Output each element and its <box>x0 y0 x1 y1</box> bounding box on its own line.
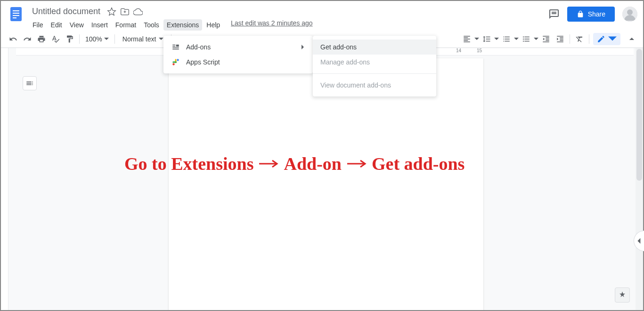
svg-rect-3 <box>13 15 19 16</box>
zoom-value: 100% <box>85 35 102 43</box>
comment-history-icon[interactable] <box>548 8 560 20</box>
redo-button[interactable] <box>21 32 34 46</box>
move-icon[interactable] <box>120 7 130 16</box>
annotation-text-2: Add-on <box>284 153 342 174</box>
indent-increase-button[interactable] <box>554 32 567 46</box>
document-title[interactable]: Untitled document <box>29 6 103 17</box>
explore-button[interactable] <box>615 287 630 303</box>
svg-point-8 <box>177 59 179 61</box>
pencil-icon <box>597 35 605 43</box>
svg-rect-1 <box>13 10 19 11</box>
annotation-overlay: Go to Extensions Add-on Get add-ons <box>124 153 465 174</box>
menu-tools[interactable]: Tools <box>140 19 163 31</box>
menu-item-apps-script[interactable]: Apps Script <box>163 55 313 70</box>
arrow-icon <box>258 159 279 168</box>
addons-submenu: Get add-ons Manage add-ons View document… <box>313 36 436 96</box>
svg-rect-0 <box>10 7 22 21</box>
last-edit-link[interactable]: Last edit was 2 minutes ago <box>231 19 313 31</box>
view-doc-addons-label: View document add-ons <box>320 81 391 89</box>
menu-edit[interactable]: Edit <box>48 19 65 31</box>
menu-file[interactable]: File <box>29 19 47 31</box>
line-spacing-button[interactable] <box>480 32 493 46</box>
chevron-down-icon <box>608 35 617 43</box>
cloud-saved-icon[interactable] <box>133 7 143 16</box>
checklist-button[interactable] <box>500 32 513 46</box>
submenu-view-document-addons[interactable]: View document add-ons <box>313 78 436 93</box>
paint-format-button[interactable] <box>63 32 76 46</box>
annotation-text-1: Go to Extensions <box>124 153 253 174</box>
arrow-icon <box>346 159 367 168</box>
submenu-arrow-icon <box>301 45 305 49</box>
zoom-select[interactable]: 100% <box>82 33 112 45</box>
menu-extensions[interactable]: Extensions <box>163 19 202 31</box>
scroll-thumb[interactable] <box>636 49 642 181</box>
svg-rect-4 <box>13 17 16 18</box>
bulleted-list-button[interactable] <box>520 32 533 46</box>
share-label: Share <box>588 10 605 18</box>
svg-rect-10 <box>172 62 177 63</box>
clear-formatting-button[interactable] <box>573 32 586 46</box>
account-avatar[interactable] <box>622 7 637 22</box>
submenu-get-addons[interactable]: Get add-ons <box>313 40 436 55</box>
submenu-manage-addons[interactable]: Manage add-ons <box>313 55 436 70</box>
addons-label: Add-ons <box>186 43 301 51</box>
svg-point-7 <box>172 63 175 65</box>
get-addons-label: Get add-ons <box>320 43 357 51</box>
ruler-num: 15 <box>477 48 482 53</box>
undo-button[interactable] <box>7 32 20 46</box>
print-button[interactable] <box>35 32 48 46</box>
document-outline-button[interactable] <box>23 76 37 90</box>
ruler-num: 14 <box>456 48 461 53</box>
menubar: File Edit View Insert Format Tools Exten… <box>29 18 548 31</box>
apps-script-label: Apps Script <box>186 58 305 66</box>
menu-item-addons[interactable]: Add-ons <box>163 40 313 55</box>
extensions-menu: Add-ons Apps Script <box>163 36 313 73</box>
submenu-separator <box>313 73 436 74</box>
editing-mode-button[interactable] <box>593 33 620 45</box>
menu-format[interactable]: Format <box>112 19 139 31</box>
vertical-scrollbar[interactable] <box>636 48 643 310</box>
indent-decrease-button[interactable] <box>539 32 553 46</box>
align-button[interactable] <box>460 32 473 46</box>
apps-script-icon <box>171 57 180 67</box>
ruler-vertical[interactable] <box>1 48 8 310</box>
menu-insert[interactable]: Insert <box>88 19 111 31</box>
menu-view[interactable]: View <box>66 19 87 31</box>
star-icon[interactable] <box>107 7 116 16</box>
docs-logo[interactable] <box>7 5 25 24</box>
spellcheck-button[interactable] <box>49 32 62 46</box>
svg-point-6 <box>627 9 633 15</box>
manage-addons-label: Manage add-ons <box>320 58 370 66</box>
svg-rect-2 <box>13 13 19 14</box>
share-button[interactable]: Share <box>567 7 615 22</box>
annotation-text-3: Get add-ons <box>372 153 465 174</box>
menu-help[interactable]: Help <box>203 19 223 31</box>
style-value: Normal text <box>122 35 156 43</box>
collapse-toolbar-button[interactable] <box>626 33 637 45</box>
addons-icon <box>171 42 180 52</box>
style-select[interactable]: Normal text <box>118 33 169 45</box>
header: Untitled document File Edit View Insert … <box>1 1 643 31</box>
